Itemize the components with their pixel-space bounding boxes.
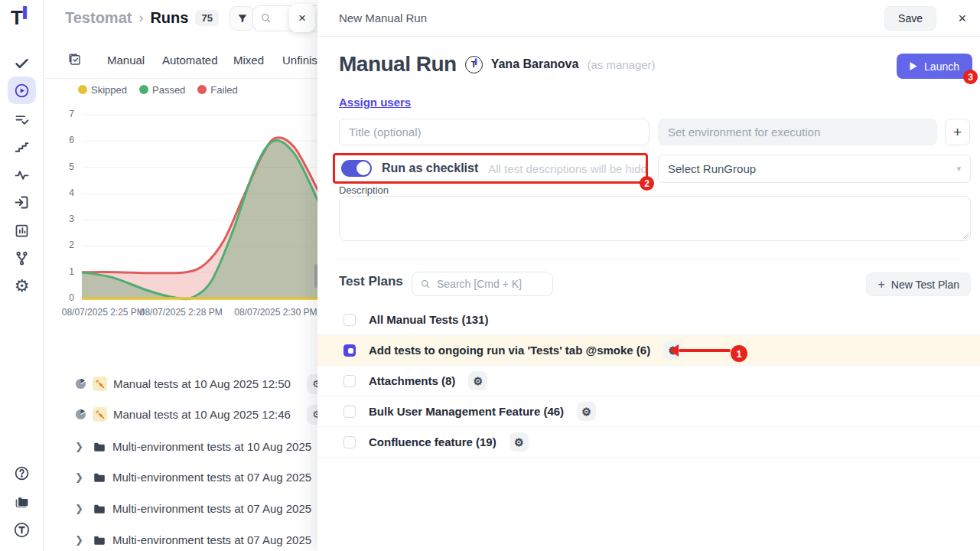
legend-label: Passed: [152, 84, 185, 96]
gear-icon[interactable]: ⚙: [307, 374, 317, 394]
drawer-title: New Manual Run: [339, 11, 427, 24]
test-plan-checkbox[interactable]: [343, 314, 356, 326]
chevron-right-icon[interactable]: ❯: [75, 503, 86, 514]
close-icon[interactable]: ×: [958, 11, 966, 27]
folder-icon: [93, 471, 106, 484]
test-plan-row[interactable]: Attachments (8)⚙: [317, 366, 980, 396]
run-group-item[interactable]: ❯Multi-environment tests at 07 Aug 2025: [44, 467, 317, 487]
legend-label: Skipped: [91, 84, 127, 96]
assign-users-link[interactable]: Assign users: [339, 96, 411, 109]
folders-icon[interactable]: [8, 487, 36, 515]
click-icon: [93, 407, 107, 422]
gear-icon[interactable]: ⚙: [307, 405, 317, 425]
test-plans-search-input[interactable]: Search [Cmd + K]: [412, 272, 553, 296]
chevron-right-icon[interactable]: ❯: [75, 534, 86, 546]
environment-input[interactable]: [658, 119, 937, 145]
test-plan-row[interactable]: All Manual Tests (131): [317, 305, 980, 335]
breadcrumb-page[interactable]: Runs: [150, 9, 188, 27]
run-group-item[interactable]: ❯Multi-environment tests at 07 Aug 2025: [44, 498, 317, 519]
search-icon: [420, 279, 431, 290]
annotation-badge-1: 1: [731, 345, 747, 362]
logo-circle-icon[interactable]: [8, 516, 36, 543]
sidebar: T▌ ⚙: [0, 0, 44, 551]
breadcrumb-project[interactable]: Testomat: [65, 9, 132, 27]
description-label: Description: [339, 184, 389, 196]
run-label: Manual tests at 10 Aug 2025 12:46: [113, 408, 291, 421]
gear-icon[interactable]: ⚙: [577, 402, 596, 421]
run-as-checklist-toggle[interactable]: [341, 160, 372, 177]
clear-search-button[interactable]: ×: [289, 4, 315, 32]
breadcrumb: Testomat › Runs 75: [65, 9, 219, 27]
y-axis-tick: 4: [44, 187, 74, 198]
test-plan-checkbox[interactable]: [343, 344, 356, 357]
y-axis-tick: 5: [44, 161, 74, 172]
search-icon: [260, 12, 272, 24]
branch-icon[interactable]: [8, 244, 36, 272]
funnel-icon: [236, 12, 249, 24]
folder-icon: [93, 502, 106, 516]
click-icon: [93, 377, 107, 391]
tab-automated[interactable]: Automated: [162, 54, 218, 67]
test-plan-checkbox[interactable]: [343, 375, 356, 387]
legend-item-failed: Failed: [197, 84, 237, 96]
test-plan-row[interactable]: Add tests to ongoing run via 'Tests' tab…: [317, 335, 980, 366]
x-axis-tick: 08/07/2025 2:28 PM: [140, 307, 223, 318]
resize-handle[interactable]: [962, 232, 969, 239]
add-environment-button[interactable]: +: [945, 119, 970, 145]
chevron-right-icon[interactable]: ❯: [75, 441, 86, 452]
runs-trend-chart: [82, 112, 317, 301]
play-circle-icon[interactable]: [8, 77, 36, 104]
launch-button[interactable]: Launch: [897, 54, 972, 79]
test-plan-row[interactable]: Bulk User Management Feature (46)⚙: [317, 396, 980, 427]
runs-count-badge: 75: [195, 10, 218, 26]
avatar[interactable]: T▌: [465, 56, 483, 73]
list-check-icon[interactable]: [8, 106, 36, 133]
test-plan-row[interactable]: Confluence feature (19)⚙: [317, 427, 980, 458]
save-button[interactable]: Save: [884, 6, 936, 31]
filter-button[interactable]: [230, 6, 255, 31]
rungroup-select[interactable]: Select RunGroup ▾: [658, 155, 971, 183]
gear-icon[interactable]: ⚙: [510, 432, 529, 452]
run-group-item[interactable]: ❯Multi-environment tests at 10 Aug 2025: [44, 436, 317, 457]
run-group-item[interactable]: ❯Multi-environment tests at 07 Aug 2025: [44, 530, 317, 550]
test-plans-list: All Manual Tests (131)Add tests to ongoi…: [317, 305, 980, 458]
annotation-badge-2: 2: [640, 176, 654, 191]
gear-icon[interactable]: ⚙: [468, 371, 487, 390]
tab-unfinished[interactable]: Unfinished: [282, 54, 317, 67]
y-axis-tick: 1: [44, 266, 74, 277]
select-runs-icon[interactable]: [68, 53, 82, 70]
help-icon[interactable]: [8, 459, 36, 487]
x-axis-tick: 08/07/2025 2:30 PM: [234, 307, 317, 318]
steps-icon[interactable]: [8, 133, 36, 161]
run-list-item[interactable]: Manual tests at 10 Aug 2025 12:50⚙: [44, 373, 317, 394]
x-axis-tick: 08/07/2025 2:25 PM: [62, 307, 145, 318]
test-plan-label: Confluence feature (19): [369, 435, 497, 448]
run-label: Multi-environment tests at 07 Aug 2025: [112, 471, 311, 484]
app-logo[interactable]: T▌: [11, 6, 31, 30]
report-icon[interactable]: [8, 217, 36, 244]
legend-item-skipped: Skipped: [78, 84, 127, 96]
tab-mixed[interactable]: Mixed: [233, 54, 264, 67]
chevron-right-icon[interactable]: ❯: [75, 471, 86, 483]
breadcrumb-separator: ›: [138, 10, 143, 26]
run-type-tabs: ManualAutomatedMixedUnfinished: [44, 46, 317, 79]
new-test-plan-button[interactable]: + New Test Plan: [866, 272, 971, 296]
annotation-badge-3: 3: [963, 70, 978, 84]
import-icon[interactable]: [8, 188, 36, 216]
tab-manual[interactable]: Manual: [107, 54, 145, 67]
run-title-input[interactable]: [339, 119, 650, 145]
folder-icon: [93, 440, 106, 454]
run-label: Manual tests at 10 Aug 2025 12:50: [113, 377, 291, 390]
progress-pie-icon: [75, 409, 86, 420]
check-icon[interactable]: [8, 49, 36, 77]
y-axis-tick: 0: [44, 292, 74, 303]
description-textarea[interactable]: [339, 196, 971, 241]
test-plan-checkbox[interactable]: [343, 406, 356, 418]
pulse-icon[interactable]: [8, 161, 36, 188]
checklist-annotation-box: Run as checklist All test descriptions w…: [333, 153, 648, 184]
toggle-label: Run as checklist: [382, 161, 478, 175]
gear-icon[interactable]: ⚙: [8, 272, 36, 300]
test-plan-checkbox[interactable]: [343, 436, 356, 448]
legend-dot: [197, 85, 207, 94]
run-list-item[interactable]: Manual tests at 10 Aug 2025 12:46⚙: [44, 404, 317, 425]
